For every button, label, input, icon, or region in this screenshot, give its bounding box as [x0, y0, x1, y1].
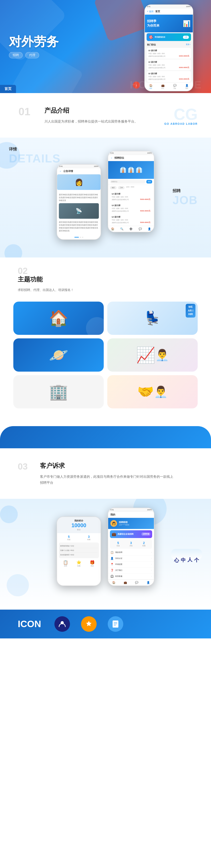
stats-phone-header: 我的积分 10000 积分	[57, 517, 101, 533]
mynav-msg[interactable]: 💬	[135, 581, 138, 584]
recruit-big-text: 招聘	[173, 188, 198, 193]
ann-nav-bar: ＜ 公告详情	[57, 168, 101, 175]
personal-label: 个人中心	[171, 549, 202, 560]
rnav-msg[interactable]: 💬	[139, 227, 142, 230]
customer-desc: 客户市专门做人力资源劳务派遣的，此项目与商务厅合作来做专门针对出国劳务的一款线上…	[40, 473, 173, 486]
stats-phone: 我的积分 10000 积分 5 投递 3 收藏 获得签到奖励 +10分	[57, 517, 101, 586]
icon-items	[54, 616, 123, 632]
hero-tag-recruit: 招聘	[9, 52, 23, 58]
cg-sub-text: GO ABROAD LABOR	[164, 122, 198, 125]
recruit-search: 搜索职位 搜索	[108, 179, 154, 185]
theme-num: 02	[18, 266, 193, 275]
theme-desc: 求职招聘、代理、出国达人、培训报名！	[18, 287, 193, 293]
deco-circle-5	[0, 505, 18, 523]
section-hot-title: 热门职位 更多>	[145, 42, 193, 47]
recruit-phone: 9:41 100% ＜ 招聘职位 👔 👔 👔 搜索职位 搜索 地区 工种	[108, 151, 154, 232]
personal-label-text: 个人中心	[171, 549, 202, 560]
cg-big-text: CG	[164, 106, 198, 122]
building-icon: 🏢	[49, 383, 68, 401]
theme-grid: 🏠 💺 WE AR I HIR 🪐 📈 👨‍💼 🏢 🤝	[0, 297, 211, 435]
ann-img-2: 📡	[59, 203, 99, 219]
rnav-home[interactable]: 🏠	[111, 227, 114, 230]
stat-invest: 5 投递	[116, 541, 120, 547]
phone-screen: 招聘季 为你而来 📊 🎯 寻找最强的你 立即 热门职位 更多> UI 设计师 中…	[145, 14, 193, 82]
document-icon	[112, 620, 119, 628]
svg-rect-3	[114, 624, 117, 624]
deco-circle-4	[7, 574, 29, 596]
details-label: 详情 DETAILS	[9, 147, 61, 165]
ann-text-1: 是区块链交流是区块链交流是区块链交流是区块链交流是区块链交流是区块链交流是区块链…	[59, 192, 99, 203]
theme-card-business: 📈 👨‍💼	[107, 338, 198, 372]
theme-card-handshake: 🤝 👨‍💼	[107, 375, 198, 408]
my-phone: 9:41 200% 我的 👩 招聘联联 135*****8888 💼 高薪职位全…	[108, 508, 154, 586]
cg-label: CG GO ABROAD LABOR	[164, 106, 198, 125]
recruit-search-input[interactable]: 搜索职位	[110, 180, 146, 184]
theme-card-hiring: 💺 WE AR I HIR	[107, 302, 198, 335]
phone-job-item-1[interactable]: UI 设计师 中国 / 成都 / 全职 / 本科 成都市志远信息有限公司 600…	[147, 48, 191, 59]
recruit-search-btn[interactable]: 搜索	[147, 180, 152, 184]
theme-section: 02 主题功能 求职招聘、代理、出国达人、培训报名！ 🏠 💺 WE AR I H…	[0, 257, 211, 448]
deco-circle-2	[4, 244, 22, 257]
my-bottom-nav: 🏠 💼 💬 👤	[108, 580, 154, 586]
hero-tag-agent: 代理	[25, 52, 39, 58]
mynav-my[interactable]: 👤	[147, 581, 150, 584]
home-icon: 🏠	[49, 309, 68, 327]
icon-circle-star	[81, 616, 97, 632]
ann-text-2: 是区块链交流是区块链交流是区块链交流是区块链交流是区块链交流是区块链交流是区块链…	[59, 220, 99, 234]
customer-section: 03 客户诉求 客户市专门做人力资源劳务派遣的，此项目与商务厅合作来做专门针对出…	[0, 448, 211, 499]
theme-title: 主题功能	[18, 275, 193, 284]
recruit-filters: 地区 工种 1000 - 5000	[108, 185, 154, 191]
rnav-job[interactable]: 🔍	[120, 227, 124, 230]
hero-main-title: 对外劳务	[9, 35, 59, 49]
ann-content: 👩 是区块链交流是区块链交流是区块链交流是区块链交流是区块链交流是区块链交流是区…	[57, 175, 101, 239]
my-header: 👩 招聘联联 135*****8888	[108, 518, 154, 529]
ann-pagination	[57, 235, 101, 239]
chart-icon: 📈	[136, 346, 155, 364]
recruit-job-1[interactable]: UI 设计师 中国 / 成都 / 全职 / 本科 成都市志远信息有限公司 500…	[110, 191, 152, 202]
banner-apply-btn[interactable]: 立即申请	[141, 532, 150, 536]
menu-about[interactable]: ❓ 关于我们 ›	[108, 567, 154, 574]
icons-section: ICON	[0, 610, 211, 639]
home-label: 首页	[0, 85, 16, 93]
home-page-watermark: Home Page	[130, 79, 202, 91]
menu-apply[interactable]: 📋 我的应聘 ›	[108, 550, 154, 556]
recruit-bottom-nav: 🏠 🔍 ➕ 💬 👤	[108, 226, 154, 232]
menu-progress[interactable]: 📍 申请进度 ›	[108, 561, 154, 567]
menu-service[interactable]: 🎧 联系客服 ›	[108, 574, 154, 580]
product-num: 01	[18, 106, 31, 117]
rnav-my[interactable]: 👤	[148, 227, 151, 230]
recruit-job-list: UI 设计师 中国 / 成都 / 全职 / 本科 成都市志远信息有限公司 500…	[108, 191, 154, 225]
personal-section: 个人中心 我的积分 10000 积分 5 投递 3 收藏	[0, 499, 211, 610]
hero-phone-mockup: 9:41 100% < 返回 首页 招聘季 为你而来 📊 🎯 寻找最强的你	[144, 4, 193, 91]
details-title: 详情	[9, 147, 61, 152]
stat-view: 3 浏览	[130, 541, 133, 547]
my-stats: 5 投递 3 浏览 2 收藏	[110, 539, 152, 549]
person-icon: 👨‍💼	[155, 348, 169, 362]
hero-section: 对外劳务 招聘 代理 9:41 100% < 返回 首页 招聘季 为你而来	[0, 0, 211, 93]
my-banner: 💼 高薪职位全场招聘 立即申请	[110, 530, 152, 538]
my-nav-bar: 我的	[108, 512, 154, 518]
ann-img: 👩	[57, 175, 101, 190]
menu-verify[interactable]: 👤 实名认证 ›	[108, 556, 154, 561]
star-icon	[85, 620, 93, 628]
banner-icon: 📊	[183, 20, 190, 27]
rnav-plus[interactable]: ➕	[129, 227, 133, 230]
my-menu: 📋 我的应聘 › 👤 实名认证 › 📍 申请进度 › ❓ 关于我们	[108, 550, 154, 580]
phone-status-bar: 9:41 100%	[145, 5, 193, 8]
recruit-status-bar: 9:41 100%	[108, 151, 154, 155]
recruit-job-text: JOB	[173, 193, 198, 207]
chair-icon: 💺	[144, 310, 161, 326]
announcement-phone: 9:41 100% ＜ 公告详情 👩 是区块链交流是区块链交流是区块链交流是区块…	[57, 164, 101, 240]
handshake-person: 👨‍💼	[154, 385, 168, 398]
mynav-job[interactable]: 💼	[124, 581, 127, 584]
icon-item-doc	[108, 616, 123, 632]
phone-job-item-2[interactable]: UI 设计师 中国 / 成都 / 全职 / 本科 成都市志远信息有限公司 600…	[147, 59, 191, 70]
we-are-hiring-badge: WE AR I HIR	[186, 304, 195, 317]
recruit-job-3[interactable]: UI 设计师 中国 / 成都 / 全职 / 本科 成都市志远信息有限公司 500…	[110, 214, 152, 225]
recruit-job-2[interactable]: UI 设计师 中国 / 成都 / 全职 / 本科 成都市志远信息有限公司 500…	[110, 203, 152, 214]
phone-hero-banner: 招聘季 为你而来 📊	[145, 14, 193, 32]
icon-circle-user	[54, 616, 70, 632]
mynav-home[interactable]: 🏠	[112, 581, 115, 584]
sub-banner-btn[interactable]: 立即	[183, 36, 189, 39]
stat-icon-2: ⭐	[76, 560, 81, 565]
